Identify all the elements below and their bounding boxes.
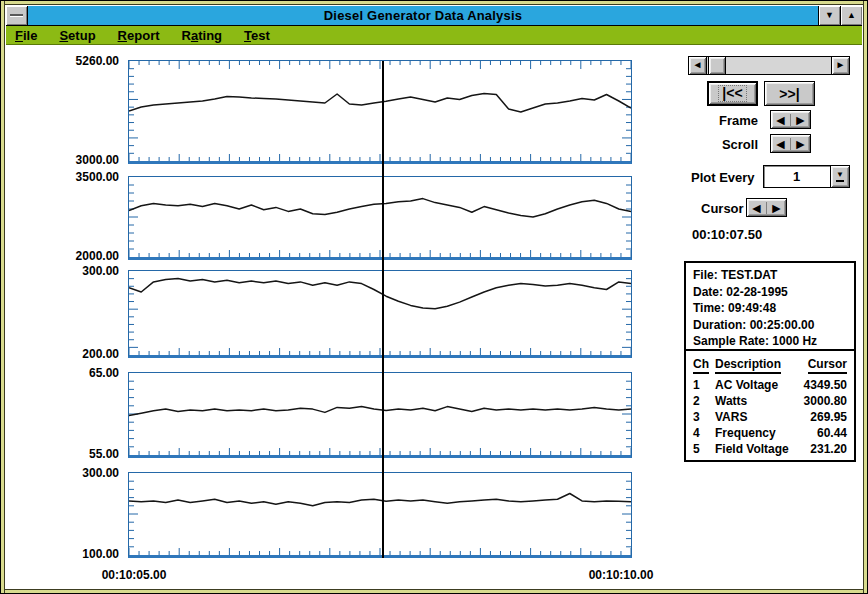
channel-table-row: 1AC Voltage4349.50 xyxy=(693,377,847,393)
info-box: File: TEST.DAT Date: 02-28-1995 Time: 09… xyxy=(684,261,856,462)
x-axis-label-end: 00:10:10.00 xyxy=(566,568,676,582)
channel-number: 1 xyxy=(693,377,715,393)
system-menu-button[interactable] xyxy=(6,6,28,25)
maximize-button[interactable]: ▲ xyxy=(840,6,862,25)
channel-table-row: 2Watts3000.80 xyxy=(693,393,847,409)
titlebar[interactable]: Diesel Generator Data Analysis ▼ ▲ xyxy=(6,6,862,26)
chart-panel-ac-voltage[interactable] xyxy=(128,60,632,164)
menubar: FileSetupReportRatingTest xyxy=(6,26,862,45)
channel-cursor-value: 269.95 xyxy=(791,409,847,425)
channel-table-row: 5Field Voltage231.20 xyxy=(693,441,847,457)
info-divider xyxy=(686,349,854,351)
info-date: Date: 02-28-1995 xyxy=(693,284,847,301)
info-sample-rate: Sample Rate: 1000 Hz xyxy=(693,333,847,350)
dropdown-arrow-icon: ▼ xyxy=(836,171,844,182)
chart-panel-watts[interactable] xyxy=(128,176,632,260)
channel-cursor-value: 60.44 xyxy=(791,425,847,441)
y-axis-max-label-ch4: 65.00 xyxy=(27,366,119,380)
minimize-icon: ▼ xyxy=(825,11,834,20)
chart-panel-frequency[interactable] xyxy=(128,372,632,458)
chart-panel-vars[interactable] xyxy=(128,270,632,358)
frame-label: Frame xyxy=(691,113,758,128)
menu-item-setup[interactable]: Setup xyxy=(59,28,95,43)
window-frame-bottom[interactable] xyxy=(1,589,867,593)
maximize-icon: ▲ xyxy=(847,11,856,20)
channel-table-row: 4Frequency60.44 xyxy=(693,425,847,441)
channel-number: 4 xyxy=(693,425,715,441)
window-frame-right[interactable] xyxy=(863,1,867,593)
y-axis-max-label-ch2: 3500.00 xyxy=(27,170,119,184)
cursor-label: Cursor xyxy=(701,201,744,216)
channel-description: AC Voltage xyxy=(715,377,791,393)
window-frame-top[interactable] xyxy=(1,1,867,5)
channel-number: 2 xyxy=(693,393,715,409)
y-axis-min-label-ch2: 2000.00 xyxy=(27,249,119,263)
plot-every-combobox[interactable]: 1 ▼ xyxy=(763,165,850,188)
y-axis-min-label-ch4: 55.00 xyxy=(27,447,119,461)
menu-item-file[interactable]: File xyxy=(15,28,37,43)
channel-table-row: 3VARS269.95 xyxy=(693,409,847,425)
system-menu-icon xyxy=(10,14,23,17)
channel-table-header-description: Description xyxy=(715,356,781,374)
plot-every-dropdown-button[interactable]: ▼ xyxy=(830,165,850,188)
cursor-time-readout: 00:10:07.50 xyxy=(692,227,762,242)
y-axis-min-label-ch1: 3000.00 xyxy=(27,153,119,167)
info-time: Time: 09:49:48 xyxy=(693,300,847,317)
scrollbar-right-arrow[interactable]: ► xyxy=(831,56,850,75)
channel-table-header: ChDescriptionCursor xyxy=(693,356,847,377)
info-duration: Duration: 00:25:00.00 xyxy=(693,317,847,334)
fast-forward-button[interactable]: >>| xyxy=(764,81,815,106)
y-axis-min-label-ch3: 200.00 xyxy=(27,347,119,361)
app-window: Diesel Generator Data Analysis ▼ ▲ FileS… xyxy=(0,0,868,594)
cursor-spinner[interactable]: ◄ ► xyxy=(746,198,787,217)
channel-description: Field Voltage xyxy=(715,441,791,457)
plot-every-value: 1 xyxy=(764,166,829,187)
window-frame-left[interactable] xyxy=(1,1,5,593)
channel-number: 5 xyxy=(693,441,715,457)
horizontal-scrollbar[interactable]: ◄ ► xyxy=(688,56,850,75)
channel-description: Frequency xyxy=(715,425,791,441)
menu-item-rating[interactable]: Rating xyxy=(182,28,223,43)
channel-description: VARS xyxy=(715,409,791,425)
scroll-label: Scroll xyxy=(691,137,758,152)
cursor-spinner-right-icon[interactable]: ► xyxy=(767,202,786,214)
y-axis-max-label-ch3: 300.00 xyxy=(27,264,119,278)
scroll-spinner-right-icon[interactable]: ► xyxy=(791,138,810,150)
channel-cursor-value: 3000.80 xyxy=(791,393,847,409)
rewind-button[interactable]: |<< xyxy=(707,81,758,106)
y-axis-max-label-ch5: 300.00 xyxy=(27,466,119,480)
channel-table-header-ch: Ch xyxy=(693,356,709,374)
window-title: Diesel Generator Data Analysis xyxy=(28,6,818,25)
scroll-spinner-left-icon[interactable]: ◄ xyxy=(771,138,790,150)
scroll-spinner[interactable]: ◄ ► xyxy=(770,134,811,153)
x-axis-label-start: 00:10:05.00 xyxy=(79,568,189,582)
info-file: File: TEST.DAT xyxy=(693,267,847,284)
menu-item-report[interactable]: Report xyxy=(118,28,160,43)
frame-spinner-left-icon[interactable]: ◄ xyxy=(771,114,790,126)
scrollbar-thumb[interactable] xyxy=(708,56,726,75)
channel-number: 3 xyxy=(693,409,715,425)
cursor-spinner-left-icon[interactable]: ◄ xyxy=(747,202,766,214)
y-axis-min-label-ch5: 100.00 xyxy=(27,547,119,561)
minimize-button[interactable]: ▼ xyxy=(818,6,840,25)
chart-cursor-line[interactable] xyxy=(382,61,384,558)
left-arrow-icon: ◄ xyxy=(693,59,703,70)
frame-spinner-right-icon[interactable]: ► xyxy=(791,114,810,126)
plot-every-label: Plot Every xyxy=(691,170,755,185)
rewind-button-label: |<< xyxy=(718,85,747,102)
channel-cursor-value: 231.20 xyxy=(791,441,847,457)
chart-panel-field-voltage[interactable] xyxy=(128,472,632,558)
scrollbar-left-arrow[interactable]: ◄ xyxy=(688,56,707,75)
channel-description: Watts xyxy=(715,393,791,409)
channel-table-header-cursor: Cursor xyxy=(808,356,847,374)
right-arrow-icon: ► xyxy=(836,59,846,70)
frame-spinner[interactable]: ◄ ► xyxy=(770,110,811,129)
channel-cursor-value: 4349.50 xyxy=(791,377,847,393)
y-axis-max-label-ch1: 5260.00 xyxy=(27,54,119,68)
channel-table: ChDescriptionCursor1AC Voltage4349.502Wa… xyxy=(693,356,847,457)
fast-forward-button-label: >>| xyxy=(779,86,799,102)
menu-item-test[interactable]: Test xyxy=(244,28,270,43)
